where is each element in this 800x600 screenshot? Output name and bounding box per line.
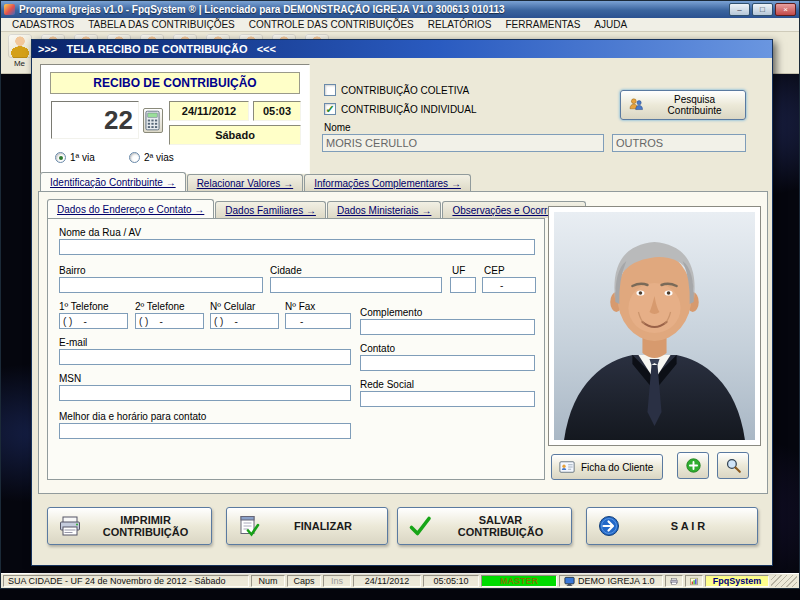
sair-label: S A I R — [629, 520, 747, 532]
checkbox-icon — [324, 84, 336, 96]
checkbox-contribuicao-coletiva[interactable]: CONTRIBUIÇÃO COLETIVA — [324, 84, 469, 96]
tab-dados-endereco-contato[interactable]: Dados do Endereço e Contato → — [47, 199, 214, 218]
receipt-panel: RECIBO DE CONTRIBUIÇÃO 24/11/2012 05:03 … — [40, 64, 310, 174]
minimize-button[interactable]: – — [729, 3, 750, 16]
close-button[interactable]: × — [775, 3, 796, 16]
contribuinte-photo — [548, 206, 761, 446]
tab-informacoes-complementares[interactable]: Informações Complementares → — [304, 174, 471, 191]
finalizar-button[interactable]: FINALIZAR — [226, 507, 388, 545]
status-location: SUA CIDADE - UF 24 de Novembro de 2012 -… — [3, 575, 249, 587]
checkbox-individual-label: CONTRIBUIÇÃO INDIVIDUAL — [341, 104, 477, 115]
checkbox-contribuicao-individual[interactable]: CONTRIBUIÇÃO INDIVIDUAL — [324, 103, 477, 115]
status-user-badge: MASTER — [481, 575, 557, 587]
rede-social-input[interactable] — [360, 391, 535, 407]
cidade-label: Cidade — [270, 265, 302, 276]
main-tab-strip: Identificação Contribuinte → Relacionar … — [40, 172, 472, 191]
celular-input[interactable] — [210, 313, 279, 329]
status-brand: FpqSystem — [705, 575, 769, 587]
main-window: Programa Igrejas v1.0 - FpqSystem ® | Li… — [0, 0, 800, 589]
monitor-icon — [564, 576, 575, 587]
fax-input[interactable] — [285, 313, 351, 329]
people-icon — [627, 95, 645, 115]
complemento-input[interactable] — [360, 319, 535, 335]
exit-icon — [597, 514, 621, 538]
status-app-panel: DEMO IGREJA 1.0 — [559, 575, 663, 587]
status-num-lock: Num — [251, 575, 285, 587]
sair-button[interactable]: S A I R — [586, 507, 758, 545]
uf-label: UF — [452, 265, 465, 276]
complemento-label: Complemento — [360, 307, 422, 318]
melhor-dia-label: Melhor dia e horário para contato — [59, 411, 206, 422]
check-icon — [408, 514, 432, 538]
bairro-input[interactable] — [59, 277, 263, 293]
finalizar-label: FINALIZAR — [269, 520, 377, 532]
menu-ferramentas[interactable]: FERRAMENTAS — [499, 19, 588, 30]
tab-identificacao-contribuinte[interactable]: Identificação Contribuinte → — [40, 172, 186, 191]
calculator-icon — [145, 110, 160, 131]
telefone2-label: 2º Telefone — [135, 301, 185, 312]
radio-2a-vias[interactable]: 2ª vias — [129, 152, 174, 163]
cep-input[interactable] — [482, 277, 536, 293]
pesquisa-contribuinte-button[interactable]: Pesquisa Contribuinte — [620, 90, 746, 120]
salvar-label: SALVAR CONTRIBUIÇÃO — [440, 514, 561, 538]
menu-tabela-contribuicoes[interactable]: TABELA DAS CONTRIBUIÇÕES — [81, 19, 242, 30]
contato-input[interactable] — [360, 355, 535, 371]
menu-controle-contribuicoes[interactable]: CONTROLE DAS CONTRIBUIÇÕES — [242, 19, 421, 30]
status-chart-panel — [685, 575, 703, 587]
receipt-time: 05:03 — [253, 101, 301, 121]
menu-relatorios[interactable]: RELATÓRIOS — [421, 19, 499, 30]
tipo-contribuinte-input[interactable] — [612, 134, 746, 152]
status-printer-panel — [665, 575, 683, 587]
imprimir-contribuicao-button[interactable]: IMPRIMIR CONTRIBUIÇÃO — [47, 507, 212, 545]
title-bar[interactable]: Programa Igrejas v1.0 - FpqSystem ® | Li… — [1, 1, 799, 18]
menu-cadastros[interactable]: CADASTROS — [5, 19, 81, 30]
chart-icon — [690, 576, 698, 587]
radio-2a-vias-label: 2ª vias — [144, 152, 174, 163]
tab-relacionar-valores[interactable]: Relacionar Valores → — [187, 174, 304, 191]
add-photo-button[interactable] — [677, 452, 709, 479]
telefone1-label: 1º Telefone — [59, 301, 109, 312]
rua-input[interactable] — [59, 239, 535, 255]
radio-1a-via-label: 1ª via — [70, 152, 95, 163]
telefone1-input[interactable] — [59, 313, 128, 329]
status-insert: Ins — [323, 575, 351, 587]
magnifier-icon — [724, 456, 743, 475]
status-caps-lock: Caps — [287, 575, 321, 587]
card-icon — [558, 458, 576, 476]
radio-dot — [129, 152, 140, 163]
checkbox-checked-icon — [324, 103, 336, 115]
msn-input[interactable] — [59, 385, 351, 401]
melhor-dia-input[interactable] — [59, 423, 351, 439]
tab-dados-ministeriais[interactable]: Dados Ministeriais → — [327, 201, 441, 218]
rua-label: Nome da Rua / AV — [59, 227, 141, 238]
printer-small-icon — [670, 576, 678, 587]
zoom-photo-button[interactable] — [717, 452, 749, 479]
ficha-cliente-button[interactable]: Ficha do Cliente — [551, 454, 663, 480]
resize-grip[interactable] — [771, 575, 797, 587]
tab-dados-familiares[interactable]: Dados Familiares → — [215, 201, 326, 218]
cidade-input[interactable] — [270, 277, 442, 293]
receipt-header: RECIBO DE CONTRIBUIÇÃO — [50, 72, 300, 94]
app-icon — [4, 4, 15, 15]
status-app-name: DEMO IGREJA 1.0 — [578, 576, 655, 586]
window-title: Programa Igrejas v1.0 - FpqSystem ® | Li… — [19, 4, 725, 15]
fax-label: Nº Fax — [285, 301, 315, 312]
dialog-title-bar[interactable]: >>> TELA RECIBO DE CONTRIBUIÇÃO <<< — [32, 40, 772, 58]
toolbar-button-label: Me — [14, 59, 25, 68]
email-input[interactable] — [59, 349, 351, 365]
bairro-label: Bairro — [59, 265, 86, 276]
rede-social-label: Rede Social — [360, 379, 414, 390]
celular-label: Nº Celular — [210, 301, 255, 312]
uf-input[interactable] — [450, 277, 476, 293]
maximize-button[interactable]: □ — [752, 3, 773, 16]
calculator-button[interactable] — [143, 108, 163, 133]
salvar-contribuicao-button[interactable]: SALVAR CONTRIBUIÇÃO — [397, 507, 572, 545]
telefone2-input[interactable] — [135, 313, 204, 329]
status-bar: SUA CIDADE - UF 24 de Novembro de 2012 -… — [1, 573, 799, 588]
inner-tab-strip: Dados do Endereço e Contato → Dados Fami… — [47, 200, 587, 218]
nome-input[interactable] — [322, 134, 604, 152]
menu-ajuda[interactable]: AJUDA — [587, 19, 634, 30]
radio-1a-via[interactable]: 1ª via — [55, 152, 95, 163]
ficha-button-label: Ficha do Cliente — [581, 462, 653, 473]
receipt-number-input[interactable] — [51, 101, 139, 139]
